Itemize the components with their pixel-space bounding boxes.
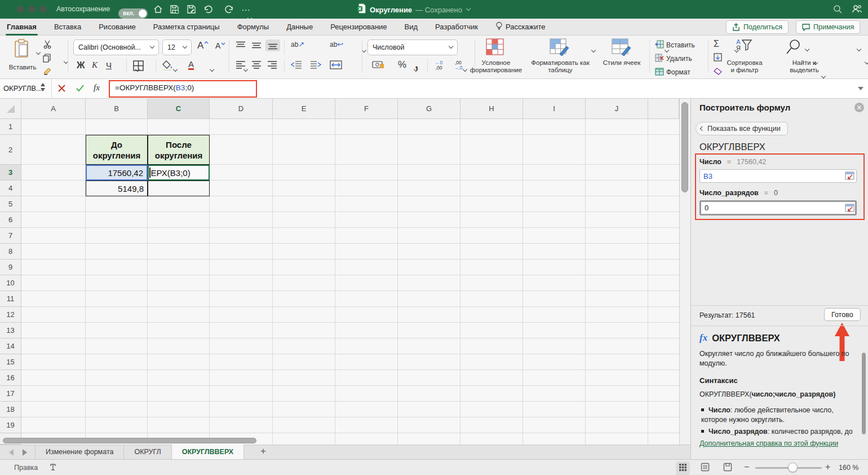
comments-button[interactable]: Примечания [796,20,860,34]
cell-B2[interactable]: До округления [86,135,148,165]
merge-center-icon[interactable] [330,60,342,69]
row-header-2[interactable]: 2 [0,135,21,165]
insert-cells-label[interactable]: Вставить [666,41,695,49]
fill-chevron-icon[interactable] [865,60,868,64]
autosave-toggle[interactable]: вкл. [118,8,148,19]
increase-indent-icon[interactable] [310,60,321,69]
select-all-corner[interactable] [0,99,21,119]
row-header-3[interactable]: 3 [0,165,21,181]
row-header-12[interactable]: 12 [0,307,21,323]
arg2-range-selector-icon[interactable] [845,204,854,214]
ribbon-tab-7[interactable]: Вид [404,19,419,36]
font-size-select[interactable]: 12 [162,39,192,55]
row-header-11[interactable]: 11 [0,291,21,307]
column-header-partial[interactable] [648,99,679,119]
ribbon-tab-6[interactable]: Рецензирование [329,19,388,36]
column-header-J[interactable]: J [586,99,648,119]
title-chevron-icon[interactable] [466,6,471,11]
row-header-15[interactable]: 15 [0,354,21,370]
page-layout-view-icon[interactable] [723,463,732,473]
cell-C4[interactable] [148,181,210,196]
italic-icon[interactable]: К [92,60,98,70]
align-bottom-icon[interactable] [265,39,280,51]
conditional-formatting-chevron-icon[interactable] [591,48,596,52]
underline-icon[interactable]: Ч [106,60,112,70]
autosum-icon[interactable]: Σ [714,39,719,49]
increase-decimal-icon[interactable]: ←0,00 [435,60,442,71]
name-box[interactable]: ОКРУГЛВ... [0,79,52,98]
format-cells-label[interactable]: Формат [666,68,690,76]
column-header-B[interactable]: B [86,99,148,119]
borders-chevron-icon[interactable] [173,67,178,72]
decrease-indent-icon[interactable] [291,60,302,69]
copy-icon[interactable] [43,54,51,63]
name-box-stepper[interactable] [41,83,45,91]
row-header-5[interactable]: 5 [0,196,21,212]
zoom-out-button[interactable]: − [744,462,749,472]
currency-format-icon[interactable] [372,60,384,69]
formula-bar-expand-icon[interactable] [858,87,863,90]
number-format-select[interactable]: Числовой [367,39,458,55]
function-help-link[interactable]: Дополнительная справка по этой функции [699,439,838,447]
row-header-4[interactable]: 4 [0,181,21,196]
sheet-nav-right-icon[interactable] [23,449,27,456]
zoom-window-button[interactable] [39,6,47,13]
arg1-input[interactable] [699,169,857,183]
sheet-nav-left-icon[interactable] [9,449,14,456]
ribbon-tab-8[interactable]: Разработчик [434,19,479,36]
search-icon[interactable] [833,5,843,16]
align-left-icon[interactable] [236,60,246,69]
row-header-16[interactable]: 16 [0,370,21,386]
bold-icon[interactable]: Ж [77,60,85,71]
cell-C2[interactable]: После округления [148,135,210,165]
paste-label[interactable]: Вставить [5,64,41,71]
vertical-scrollbar-thumb[interactable] [681,102,688,192]
column-header-D[interactable]: D [210,99,273,119]
orientation-icon[interactable]: ab↗ [291,40,304,49]
arg1-range-selector-icon[interactable] [845,171,854,182]
arg2-input[interactable] [699,200,857,215]
borders-icon[interactable] [133,60,144,71]
autosum-chevron-icon[interactable] [856,47,861,51]
grid-view-icon[interactable] [676,461,690,475]
align-center-icon[interactable] [251,60,262,69]
sheet-tab-0[interactable]: Изменение формата [36,445,124,459]
sheet-tab-2[interactable]: ОКРУГЛВВЕРХ [172,445,244,459]
zoom-in-button[interactable]: + [825,462,830,472]
column-header-I[interactable]: I [523,99,586,119]
share-user-icon[interactable] [851,4,862,16]
enter-icon[interactable] [76,84,85,95]
find-select-icon[interactable] [786,38,803,55]
row-header-14[interactable]: 14 [0,338,21,354]
done-button[interactable]: Готово [824,308,861,321]
font-name-select[interactable]: Calibri (Основной... [73,39,159,55]
zoom-slider-knob[interactable] [788,463,798,472]
fill-color-icon[interactable] [162,60,173,71]
column-header-H[interactable]: H [460,99,523,119]
fill-color-chevron-icon[interactable] [210,67,214,72]
align-middle-icon[interactable] [251,41,262,50]
row-header-19[interactable]: 19 [0,417,21,433]
format-as-table-label[interactable]: Форматировать как таблицу [523,59,597,74]
comma-style-icon[interactable]: , [415,57,418,72]
shrink-font-icon[interactable]: А [215,41,225,50]
vertical-scrollbar[interactable] [679,99,690,445]
paste-icon[interactable] [14,39,30,58]
add-sheet-button[interactable]: + [260,446,266,457]
format-as-table-icon[interactable] [550,38,570,56]
ribbon-tab-1[interactable]: Вставка [53,19,82,36]
panel-scrollbar-thumb[interactable] [862,353,866,434]
close-window-button[interactable] [17,6,24,13]
row-header-10[interactable]: 10 [0,275,21,291]
ribbon-tab-5[interactable]: Данные [285,19,314,36]
format-cells-icon[interactable] [655,67,664,76]
ribbon-tab-3[interactable]: Разметка страницы [152,19,221,36]
formula-input[interactable]: =ОКРУГЛВВЕРХ(B3;0) [107,79,868,98]
sort-filter-label[interactable]: Сортировкаи фильтр [714,59,776,74]
ribbon-tab-9[interactable]: Расскажите [494,19,547,36]
spreadsheet-grid[interactable]: ABCDEFGHIJ12345678910111213141516171819Д… [0,99,679,445]
show-all-functions-button[interactable]: Показать все функции [696,122,788,135]
cell-C3-editing[interactable]: ЕРХ(B3;0) [148,165,210,181]
align-top-icon[interactable] [236,41,246,50]
column-header-F[interactable]: F [335,99,398,119]
